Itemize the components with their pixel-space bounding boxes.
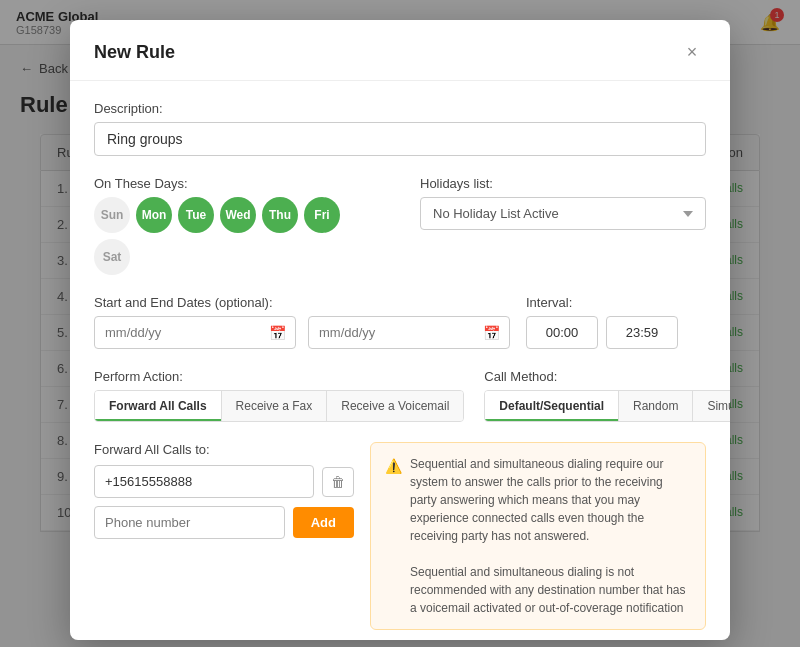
days-row: Sun Mon Tue Wed Thu Fri Sat [94,197,380,275]
days-holidays-row: On These Days: Sun Mon Tue Wed Thu Fri S… [94,176,706,275]
action-btn-group: Forward All Calls Receive a Fax Receive … [94,390,464,422]
action-method-row: Perform Action: Forward All Calls Receiv… [94,369,706,422]
info-box: ⚠️ Sequential and simultaneous dialing r… [370,442,706,630]
info-text-1: Sequential and simultaneous dialing requ… [410,457,664,543]
forward-number-input[interactable] [94,465,314,498]
forward-label: Forward All Calls to: [94,442,354,457]
interval-to-input[interactable] [606,316,678,349]
action-forward-all[interactable]: Forward All Calls [95,391,222,421]
modal-body: Description: On These Days: Sun Mon Tue … [70,81,730,640]
forward-number-row: 🗑 [94,465,354,498]
perform-action-label: Perform Action: [94,369,464,384]
dates-section: Start and End Dates (optional): 📅 📅 [94,295,510,349]
modal-header: New Rule × [70,20,730,81]
info-text-2: Sequential and simultaneous dialing is n… [410,565,686,615]
info-icon: ⚠️ [385,456,402,617]
forward-section: Forward All Calls to: 🗑 Add ⚠️ Sequen [94,442,706,630]
description-input[interactable] [94,122,706,156]
description-label: Description: [94,101,706,116]
method-sequential[interactable]: Default/Sequential [485,391,619,421]
calendar-to-icon: 📅 [483,325,500,341]
date-from-wrap: 📅 [94,316,296,349]
call-method-label: Call Method: [484,369,730,384]
holidays-dropdown[interactable]: No Holiday List Active [420,197,706,230]
description-section: Description: [94,101,706,156]
add-number-button[interactable]: Add [293,507,354,538]
method-section: Call Method: Default/Sequential Random S… [484,369,730,422]
day-sat[interactable]: Sat [94,239,130,275]
date-from-input[interactable] [94,316,296,349]
delete-number-button[interactable]: 🗑 [322,467,354,497]
day-fri[interactable]: Fri [304,197,340,233]
day-mon[interactable]: Mon [136,197,172,233]
modal-overlay: New Rule × Description: On These Days: S… [0,0,800,647]
action-receive-fax[interactable]: Receive a Fax [222,391,328,421]
modal-title: New Rule [94,42,175,63]
add-number-row: Add [94,506,354,539]
holidays-label: Holidays list: [420,176,706,191]
modal: New Rule × Description: On These Days: S… [70,20,730,640]
date-to-wrap: 📅 [308,316,510,349]
info-text: Sequential and simultaneous dialing requ… [410,455,691,617]
day-wed[interactable]: Wed [220,197,256,233]
day-tue[interactable]: Tue [178,197,214,233]
date-to-input[interactable] [308,316,510,349]
dates-interval-row: Start and End Dates (optional): 📅 📅 In [94,295,706,349]
day-thu[interactable]: Thu [262,197,298,233]
dates-label: Start and End Dates (optional): [94,295,510,310]
interval-from-input[interactable] [526,316,598,349]
action-section: Perform Action: Forward All Calls Receiv… [94,369,464,422]
action-receive-voicemail[interactable]: Receive a Voicemail [327,391,463,421]
interval-label: Interval: [526,295,706,310]
interval-section: Interval: [526,295,706,349]
days-label: On These Days: [94,176,380,191]
day-sun[interactable]: Sun [94,197,130,233]
method-random[interactable]: Random [619,391,693,421]
close-button[interactable]: × [678,38,706,66]
interval-inputs [526,316,706,349]
dates-inputs: 📅 📅 [94,316,510,349]
forward-right: ⚠️ Sequential and simultaneous dialing r… [370,442,706,630]
method-btn-group: Default/Sequential Random Simultaneously [484,390,730,422]
calendar-from-icon: 📅 [269,325,286,341]
holidays-section: Holidays list: No Holiday List Active [420,176,706,230]
days-section: On These Days: Sun Mon Tue Wed Thu Fri S… [94,176,380,275]
method-simultaneously[interactable]: Simultaneously [693,391,730,421]
phone-number-input[interactable] [94,506,285,539]
forward-left: Forward All Calls to: 🗑 Add [94,442,354,630]
